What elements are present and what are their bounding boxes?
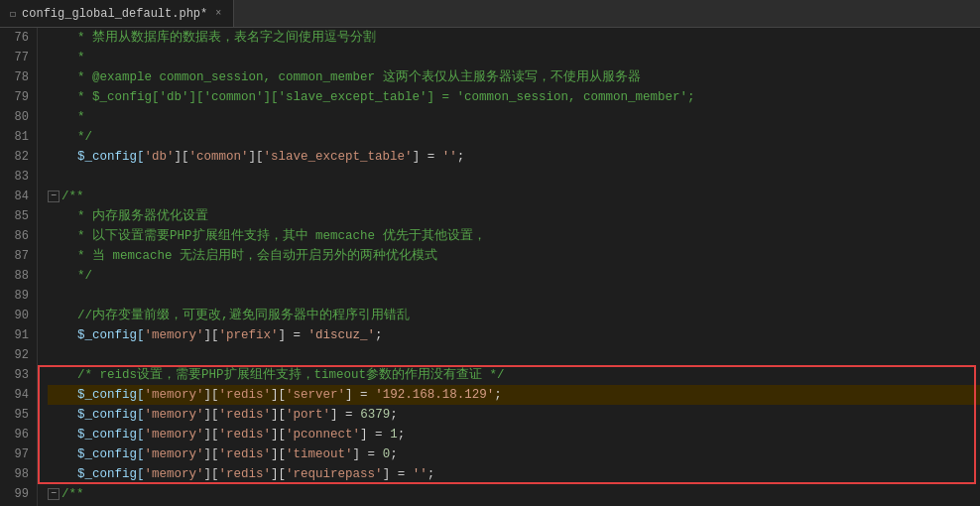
token: *	[48, 107, 85, 127]
token: 6379	[360, 405, 390, 425]
tab-close-button[interactable]: ×	[213, 8, 223, 19]
token: * 以下设置需要PHP扩展组件支持，其中 memcache 优先于其他设置，	[48, 226, 486, 246]
editor: 7677787980818283848586878889909192939495…	[0, 28, 980, 506]
token: ][	[175, 147, 189, 167]
token: 'port'	[286, 405, 330, 425]
token: $_config[	[48, 405, 145, 425]
token: 'prefix'	[219, 325, 279, 345]
line-number: 80	[8, 107, 29, 127]
token: * $_config['db']['common']['slave_except…	[48, 87, 695, 107]
token: 'timeout'	[286, 444, 353, 464]
token: 禁用从数据库的数据表，表名字之间使用逗号分割	[92, 28, 376, 48]
token: '192.168.18.129'	[375, 385, 494, 405]
code-line: */	[48, 266, 980, 286]
tab-bar: ◻ config_global_default.php* ×	[0, 0, 980, 28]
token: 'discuz_'	[308, 325, 376, 345]
line-number: 93	[8, 365, 29, 385]
line-number: 84	[8, 187, 29, 206]
token: ][	[271, 385, 286, 405]
token: ] =	[345, 385, 375, 405]
line-number: 79	[8, 87, 29, 107]
token: ][	[204, 325, 219, 345]
line-number: 92	[8, 345, 29, 365]
token: ][	[204, 425, 219, 444]
token: ][	[204, 385, 219, 405]
token: ;	[457, 147, 465, 167]
token: ][	[271, 464, 286, 484]
token: ''	[413, 464, 428, 484]
token: *	[48, 48, 85, 67]
token: 'memory'	[145, 425, 204, 444]
token: 'memory'	[145, 385, 204, 405]
line-number: 88	[8, 266, 29, 286]
token: 'memory'	[145, 325, 204, 345]
line-number: 77	[8, 48, 29, 67]
code-line: *	[48, 107, 980, 127]
line-number: 97	[8, 444, 29, 464]
token: $_config[	[48, 385, 145, 405]
code-line: $_config['memory']['redis']['timeout'] =…	[48, 444, 980, 464]
token: ][	[204, 444, 219, 464]
token: $_config[	[48, 464, 145, 484]
token: *	[48, 28, 92, 48]
token: 'redis'	[219, 425, 272, 444]
code-line: $_config['memory']['redis']['requirepass…	[48, 464, 980, 484]
code-line	[48, 345, 980, 365]
line-number: 86	[8, 226, 29, 246]
tab-file-icon: ◻	[10, 8, 16, 20]
line-numbers: 7677787980818283848586878889909192939495…	[0, 28, 38, 506]
token: ] =	[353, 444, 383, 464]
code-line: * 以下设置需要PHP扩展组件支持，其中 memcache 优先于其他设置，	[48, 226, 980, 246]
token: 'redis'	[219, 444, 272, 464]
token: 'slave_except_table'	[264, 147, 413, 167]
token: $_config[	[48, 425, 145, 444]
token: $_config[	[48, 325, 145, 345]
token: ][	[204, 464, 219, 484]
code-line: −/**	[48, 187, 980, 206]
token: 'memory'	[145, 444, 204, 464]
token: ] =	[413, 147, 442, 167]
token: * 当 memcache 无法启用时，会自动开启另外的两种优化模式	[48, 246, 437, 266]
token: ;	[428, 464, 435, 484]
fold-icon[interactable]: −	[48, 488, 60, 500]
line-number: 99	[8, 484, 29, 504]
token: $_config[	[48, 147, 145, 167]
code-line: * @example common_session, common_member…	[48, 67, 980, 87]
line-number: 94	[8, 385, 29, 405]
code-line: * 禁用从数据库的数据表，表名字之间使用逗号分割	[48, 28, 980, 48]
token: ''	[442, 147, 457, 167]
line-number: 83	[8, 167, 29, 187]
token: */	[48, 266, 92, 286]
token: ] =	[330, 405, 360, 425]
code-line	[48, 167, 980, 187]
token: ;	[398, 425, 406, 444]
code-line: * 内存服务器优化设置	[48, 206, 980, 226]
code-line: $_config['memory']['redis']['port'] = 63…	[48, 405, 980, 425]
code-area[interactable]: * 禁用从数据库的数据表，表名字之间使用逗号分割 * * @example co…	[38, 28, 980, 506]
token: $_config[	[48, 444, 145, 464]
line-number: 76	[8, 28, 29, 48]
line-number: 96	[8, 425, 29, 444]
token: * 内存服务器优化设置	[48, 206, 208, 226]
token: 'common'	[189, 147, 249, 167]
line-number: 90	[8, 306, 29, 325]
code-line: $_config['memory']['redis']['server'] = …	[48, 385, 980, 405]
token: ;	[390, 444, 398, 464]
token: ][	[204, 405, 219, 425]
token: ][	[249, 147, 264, 167]
code-line	[48, 286, 980, 306]
token: 'pconnect'	[286, 425, 360, 444]
token: 'redis'	[219, 405, 272, 425]
code-line: $_config['db']['common']['slave_except_t…	[48, 147, 980, 167]
code-line: *	[48, 48, 980, 67]
token: 'server'	[286, 385, 345, 405]
line-number: 82	[8, 147, 29, 167]
token: 'db'	[145, 147, 175, 167]
code-line: −/**	[48, 484, 980, 504]
code-line: */	[48, 127, 980, 147]
code-line: * 当 memcache 无法启用时，会自动开启另外的两种优化模式	[48, 246, 980, 266]
line-number: 91	[8, 325, 29, 345]
tab-filename: config_global_default.php*	[22, 7, 207, 21]
fold-icon[interactable]: −	[48, 190, 60, 202]
tab-config[interactable]: ◻ config_global_default.php* ×	[0, 0, 234, 27]
